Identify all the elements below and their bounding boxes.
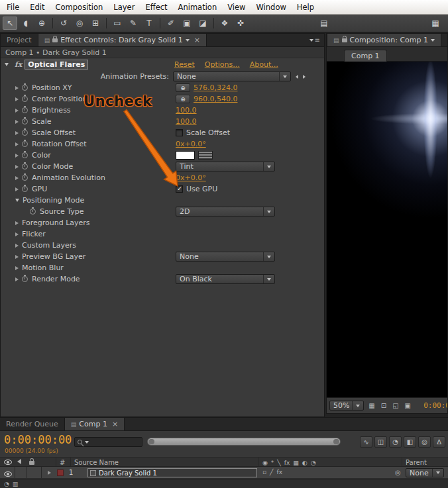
layer-label-color[interactable] — [57, 469, 64, 476]
menu-animation[interactable]: Animation — [173, 1, 223, 14]
property-value[interactable]: 960.0,540.0 — [194, 95, 237, 103]
layer-quality-icon[interactable]: ╱ — [270, 469, 273, 475]
stopwatch-icon[interactable] — [22, 152, 28, 158]
twirl-right-icon[interactable] — [15, 221, 19, 225]
puppet-pin-tool-icon[interactable]: ✜ — [233, 17, 248, 30]
property-value[interactable]: 100.0 — [176, 106, 197, 115]
parent-dropdown[interactable]: None — [406, 468, 444, 477]
lock-icon[interactable] — [52, 38, 58, 42]
layer-visibility-icon[interactable] — [4, 471, 12, 477]
effect-controls-tab[interactable]: ▤ Effect Controls: Dark Gray Solid 1 × — [38, 34, 207, 46]
animation-presets-dropdown[interactable]: None — [173, 72, 291, 81]
reset-link[interactable]: Reset — [174, 60, 195, 69]
options-link[interactable]: Options... — [205, 60, 240, 69]
checkbox[interactable] — [176, 129, 183, 136]
menu-file[interactable]: File — [1, 1, 25, 14]
quality-switch-icon[interactable]: ╲ — [277, 460, 280, 466]
video-column-icon[interactable] — [4, 460, 12, 465]
twirl-right-icon[interactable] — [15, 244, 19, 248]
menu-layer[interactable]: Layer — [108, 1, 140, 14]
twirl-right-icon[interactable] — [15, 277, 19, 281]
selection-tool-icon[interactable]: ↖ — [3, 17, 17, 30]
twirl-right-icon[interactable] — [15, 97, 19, 101]
eraser-tool-icon[interactable]: ◪ — [196, 17, 210, 30]
timeline-comp-tab[interactable]: ▤ Comp 1 × — [64, 418, 125, 430]
property-value[interactable]: 0x+0.0° — [176, 140, 206, 148]
stopwatch-icon[interactable] — [22, 141, 28, 147]
project-tab[interactable]: Project — [1, 34, 38, 46]
transparency-grid-icon[interactable]: ▣ — [402, 401, 413, 411]
twirl-right-icon[interactable] — [15, 165, 19, 169]
stopwatch-icon[interactable] — [30, 209, 36, 215]
twirl-down-icon[interactable] — [15, 199, 19, 202]
shape-tool-icon[interactable]: ▭ — [110, 17, 125, 30]
motion-blur-icon[interactable]: ◎ — [418, 436, 431, 448]
twirl-right-icon[interactable] — [15, 232, 19, 236]
video-switch-icon[interactable]: ◉ — [262, 460, 268, 466]
layer-number-column[interactable]: # — [60, 459, 65, 466]
pan-behind-tool-icon[interactable]: ⊞ — [88, 17, 103, 30]
property-value[interactable]: 0x+0.0° — [176, 173, 206, 182]
unified-camera-tool-icon[interactable]: ◎ — [72, 17, 87, 30]
twirl-right-icon[interactable] — [15, 255, 19, 259]
workspace-icon[interactable]: ▤ — [317, 17, 331, 30]
stopwatch-icon[interactable] — [22, 96, 28, 102]
twirl-right-icon[interactable] — [15, 142, 19, 146]
color-swatch[interactable] — [176, 151, 195, 160]
expand-columns-icon[interactable]: ◔ — [4, 481, 9, 487]
lock-icon[interactable] — [342, 38, 347, 42]
checkbox[interactable] — [176, 185, 183, 193]
stopwatch-icon[interactable] — [22, 175, 28, 181]
grid-and-guides-icon[interactable]: ▦ — [366, 401, 377, 411]
region-of-interest-icon[interactable]: ◱ — [390, 401, 401, 411]
stopwatch-icon[interactable] — [22, 85, 28, 91]
hand-tool-icon[interactable]: ◖ — [19, 17, 33, 30]
twirl-right-icon[interactable] — [15, 131, 19, 135]
fx-switch-icon[interactable]: fx — [284, 460, 290, 466]
menu-window[interactable]: Window — [251, 1, 291, 14]
parent-pickwhip-icon[interactable]: ◎ — [395, 469, 401, 476]
layer-fx-icon[interactable]: fx — [277, 469, 283, 475]
composition-viewport[interactable] — [327, 62, 447, 397]
toggle-switches-modes-icon[interactable]: ▥ — [13, 481, 19, 487]
composition-mini-flowchart-icon[interactable]: ∿ — [360, 436, 372, 448]
pen-tool-icon[interactable]: ✎ — [126, 17, 140, 30]
source-name-column[interactable]: Source Name — [74, 459, 119, 466]
stopwatch-icon[interactable] — [22, 107, 28, 113]
zoom-tool-icon[interactable]: ⊕ — [34, 17, 49, 30]
current-time-display[interactable]: 0:00:0 — [423, 401, 447, 410]
layer-switches[interactable]: ▫╱fx — [262, 469, 286, 475]
property-dropdown[interactable]: Tint — [176, 162, 275, 171]
frame-blending-icon[interactable]: ◧ — [404, 436, 416, 448]
layer-name-field[interactable]: Dark Gray Solid 1 — [87, 468, 257, 477]
layer-video-box-icon[interactable]: ▫ — [262, 469, 266, 475]
mask-visibility-icon[interactable]: ⊡ — [378, 401, 389, 411]
panel-options-icon[interactable]: ▦ — [428, 17, 443, 30]
effect-twirl-icon[interactable] — [5, 63, 9, 66]
layer-twirl-icon[interactable] — [48, 471, 51, 475]
brush-tool-icon[interactable]: ✐ — [164, 17, 178, 30]
stopwatch-icon[interactable] — [22, 130, 28, 136]
property-dropdown[interactable]: 2D — [176, 207, 275, 217]
tab-menu-arrow-icon[interactable] — [431, 39, 435, 42]
frame-blend-switch-icon[interactable]: ▦ — [293, 460, 299, 466]
previous-preset-icon[interactable] — [296, 75, 298, 79]
render-queue-tab[interactable]: Render Queue — [0, 418, 64, 430]
effect-name[interactable]: Optical Flares — [25, 60, 88, 70]
current-timecode[interactable]: 0:00:00:00 — [4, 433, 72, 446]
type-tool-icon[interactable]: T — [142, 17, 156, 30]
3d-switch-icon[interactable]: ◔ — [311, 460, 316, 466]
graph-editor-icon[interactable]: ∆ — [433, 436, 445, 448]
property-dropdown[interactable]: On Black — [176, 274, 275, 284]
audio-column-icon[interactable] — [17, 459, 21, 464]
composition-tab[interactable]: ▤ Composition: Comp 1 — [327, 34, 441, 46]
effect-point-icon[interactable]: ⊕ — [176, 95, 190, 103]
rotation-tool-icon[interactable]: ↺ — [56, 17, 71, 30]
color-options-icon[interactable] — [198, 151, 213, 160]
about-link[interactable]: About... — [250, 60, 278, 69]
roto-brush-tool-icon[interactable]: ❖ — [217, 17, 232, 30]
comp-nav-button[interactable]: Comp 1 — [344, 50, 387, 62]
timeline-search-input[interactable] — [74, 437, 142, 447]
parent-column[interactable]: Parent — [406, 459, 427, 466]
lock-column-icon[interactable] — [29, 461, 34, 465]
